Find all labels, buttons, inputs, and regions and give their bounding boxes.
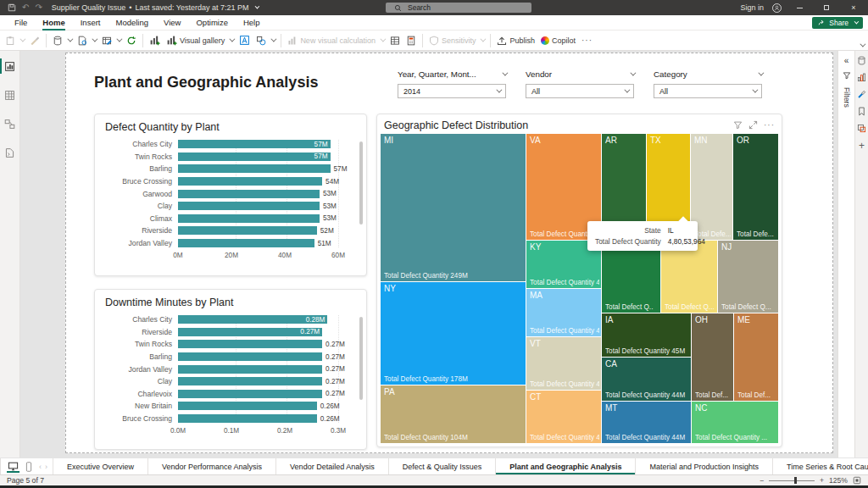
- refresh-button[interactable]: [126, 36, 136, 46]
- chart-scrollbar[interactable]: [359, 141, 363, 225]
- bar[interactable]: [178, 202, 320, 210]
- sensitivity-button[interactable]: Sensitivity: [429, 36, 485, 46]
- sign-in-button[interactable]: Sign in: [740, 3, 764, 12]
- visual-gallery-button[interactable]: Visual gallery: [166, 35, 233, 46]
- bar[interactable]: [178, 340, 322, 348]
- copilot-button[interactable]: Copilot: [541, 36, 576, 45]
- bar[interactable]: [178, 402, 317, 410]
- close-button[interactable]: ×: [844, 0, 863, 15]
- report-page[interactable]: Plant and Geographic Analysis Year, Quar…: [65, 53, 833, 453]
- slicer-header[interactable]: Category: [654, 68, 762, 80]
- bar[interactable]: [178, 365, 322, 374]
- bar[interactable]: 57M: [178, 140, 331, 148]
- bar[interactable]: [178, 390, 322, 398]
- bar[interactable]: [178, 214, 320, 223]
- recent-sources-button[interactable]: [77, 36, 96, 46]
- dax-query-view-button[interactable]: [0, 144, 20, 161]
- bar[interactable]: [178, 177, 322, 186]
- treemap-block-OR[interactable]: ORTotal Defe...: [733, 134, 778, 240]
- collapse-ribbon-icon[interactable]: [860, 42, 865, 47]
- page-tab-1[interactable]: Vendor Performance Analysis: [147, 458, 275, 474]
- bar[interactable]: [178, 164, 331, 173]
- treemap-block-CT[interactable]: CTTotal Defect Quantity 4...: [526, 391, 601, 443]
- page-tab-4[interactable]: Plant and Geographic Analysis: [495, 458, 635, 474]
- treemap-block-NJ[interactable]: NJTotal Defect Q...: [718, 241, 778, 313]
- more-options-icon[interactable]: ···: [764, 120, 775, 130]
- zoom-slider[interactable]: [769, 480, 815, 481]
- prev-page-arrow[interactable]: ‹: [39, 463, 42, 471]
- page-tab-0[interactable]: Executive Overview: [53, 458, 147, 474]
- treemap-block-PA[interactable]: PATotal Defect Quantity 104M: [381, 385, 526, 443]
- format-painter-button[interactable]: [30, 36, 40, 46]
- zoom-in-button[interactable]: +: [820, 476, 824, 485]
- report-view-button[interactable]: [0, 58, 20, 75]
- page-tab-6[interactable]: Time Series & Root Cause Investigation: [772, 458, 868, 474]
- page-tab-2[interactable]: Vendor Detailed Analysis: [275, 458, 388, 474]
- maximize-button[interactable]: [817, 0, 836, 15]
- save-icon[interactable]: [7, 3, 16, 13]
- focus-mode-icon[interactable]: [748, 120, 758, 130]
- treemap-block-CA[interactable]: CATotal Defect Quantity 44M: [602, 358, 691, 401]
- more-ribbon-options-button[interactable]: ···: [581, 36, 593, 45]
- visual-filter-icon[interactable]: [733, 120, 743, 130]
- expand-filters-icon[interactable]: «: [844, 56, 849, 65]
- page-tab-5[interactable]: Material and Production Insights: [635, 458, 772, 474]
- model-view-button[interactable]: [0, 115, 20, 132]
- slicer-dropdown[interactable]: All: [526, 84, 634, 98]
- format-pane-icon[interactable]: [857, 90, 866, 99]
- publish-button[interactable]: Publish: [497, 36, 535, 46]
- undo-icon[interactable]: ↶: [22, 3, 29, 12]
- menu-help[interactable]: Help: [236, 16, 268, 30]
- chart-scrollbar[interactable]: [359, 317, 363, 400]
- build-visual-pane-icon[interactable]: [857, 73, 866, 82]
- get-data-button[interactable]: [53, 36, 71, 46]
- title-caret-icon[interactable]: [254, 4, 259, 9]
- bar[interactable]: [178, 239, 314, 247]
- bar[interactable]: [178, 377, 322, 385]
- menu-insert[interactable]: Insert: [73, 16, 108, 30]
- treemap-block-NC[interactable]: NCTotal Defect Quantity ...: [692, 402, 778, 443]
- table-visual-button[interactable]: [390, 36, 400, 46]
- quick-measure-button[interactable]: [406, 36, 416, 46]
- text-box-button[interactable]: [239, 35, 250, 46]
- bar[interactable]: 0.27M: [178, 328, 322, 336]
- menu-optimize[interactable]: Optimize: [188, 16, 235, 30]
- search-input[interactable]: Search: [386, 3, 531, 13]
- new-visual-calculation-button[interactable]: New visual calculation: [287, 36, 384, 46]
- menu-file[interactable]: File: [7, 16, 35, 30]
- share-button[interactable]: Share: [812, 17, 863, 29]
- filters-pane-label[interactable]: Filters: [843, 87, 851, 108]
- add-pane-icon[interactable]: +: [859, 141, 865, 151]
- table-view-button[interactable]: [0, 86, 20, 103]
- new-visual-button[interactable]: [149, 35, 160, 46]
- slicer-dropdown[interactable]: All: [654, 84, 762, 98]
- menu-view[interactable]: View: [156, 16, 188, 30]
- bar[interactable]: [178, 352, 322, 361]
- bar[interactable]: [178, 414, 317, 423]
- treemap-block-MI[interactable]: MITotal Defect Quantity 249M: [381, 134, 526, 281]
- treemap-block-VT[interactable]: VTTotal Defect Quantity 4...: [526, 337, 601, 390]
- next-page-arrow[interactable]: ›: [45, 463, 47, 471]
- treemap-block-hidden[interactable]: Total Defect Q...: [661, 241, 717, 313]
- minimize-button[interactable]: [790, 0, 809, 15]
- treemap-block-MA[interactable]: MATotal Defect Quantity 4...: [526, 289, 601, 336]
- treemap-block-ME[interactable]: METotal Def...: [734, 313, 778, 401]
- treemap-block-IA[interactable]: IATotal Defect Quantity 45M: [602, 313, 691, 357]
- visual-defect-quantity-by-plant[interactable]: Defect Quantity by Plant Charles City57M…: [94, 114, 367, 276]
- slicer-dropdown[interactable]: 2014: [398, 84, 506, 98]
- selection-pane-icon[interactable]: [857, 124, 866, 133]
- transform-data-button[interactable]: [102, 36, 120, 46]
- bar[interactable]: [178, 190, 320, 198]
- visual-downtime-minutes-by-plant[interactable]: Downtime Minutes by Plant Charles City0.…: [94, 289, 367, 450]
- slicer-header[interactable]: Vendor: [526, 68, 634, 80]
- bookmarks-pane-icon[interactable]: [857, 107, 866, 116]
- redo-icon[interactable]: ↷: [35, 3, 42, 12]
- treemap-block-MT[interactable]: MTTotal Defect Quantity 44M: [602, 402, 691, 443]
- mobile-layout-button[interactable]: [25, 458, 32, 474]
- shapes-button[interactable]: [256, 36, 275, 46]
- bar[interactable]: 57M: [178, 152, 331, 161]
- account-avatar[interactable]: [772, 3, 782, 13]
- treemap-block-IL[interactable]: Total Defect Q..: [602, 241, 660, 313]
- paste-button[interactable]: [5, 36, 24, 46]
- zoom-out-button[interactable]: −: [760, 476, 764, 485]
